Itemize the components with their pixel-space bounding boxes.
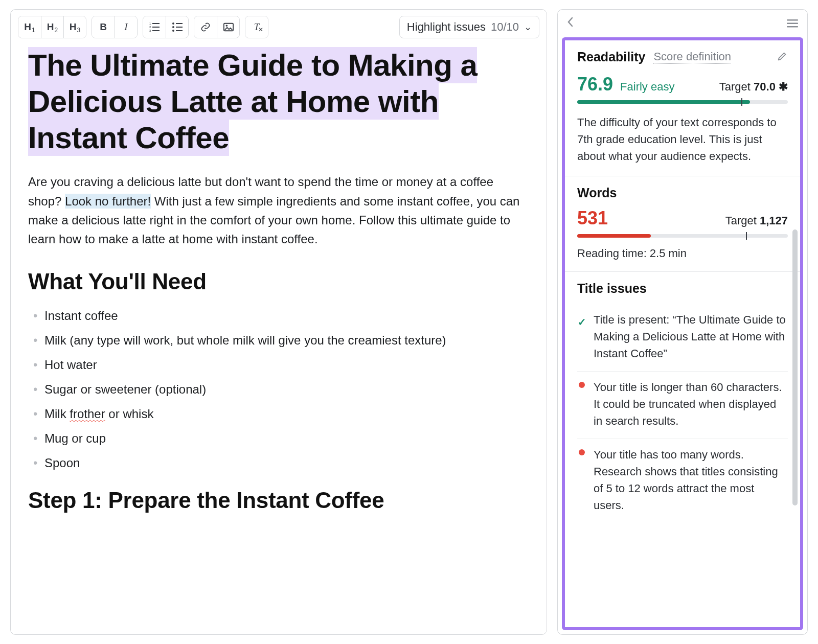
editor-toolbar: H1 H2 H3 B I 123 T✕ (11, 10, 547, 45)
issue-item: Your title is longer than 60 characters.… (577, 372, 788, 439)
words-bar-fill (577, 234, 651, 238)
words-title: Words (577, 186, 788, 200)
list-item[interactable]: Milk frother or whisk (30, 405, 529, 423)
svg-point-7 (172, 26, 174, 28)
link-button[interactable] (194, 16, 217, 38)
list-item[interactable]: Spoon (30, 454, 529, 472)
h3-button[interactable]: H3 (63, 16, 86, 38)
svg-text:3: 3 (149, 29, 151, 32)
intro-paragraph[interactable]: Are you craving a delicious latte but do… (28, 172, 529, 248)
unordered-list-button[interactable] (166, 16, 188, 38)
words-section: Words 531 Target 1,127 Reading time: 2.5… (565, 176, 800, 272)
heading-what-you-need[interactable]: What You'll Need (28, 269, 529, 294)
link-icon (200, 22, 211, 32)
readability-target: Target 70.0 ✱ (719, 80, 788, 94)
words-target-tick (746, 232, 747, 240)
document-title[interactable]: The Ultimate Guide to Making a Delicious… (28, 48, 529, 156)
readability-section: Readability Score definition 76.9 Fairly… (565, 40, 800, 176)
clear-format-button[interactable]: T✕ (245, 16, 268, 38)
highlight-issues-label: Highlight issues (407, 20, 486, 34)
svg-rect-9 (176, 23, 183, 24)
svg-point-6 (172, 22, 174, 25)
readability-score: 76.9 (577, 74, 613, 95)
chevron-left-icon (567, 17, 573, 27)
issue-item: Your title has too many words. Research … (577, 439, 788, 516)
clear-format-icon: T✕ (254, 21, 260, 33)
readability-description: The difficulty of your text corresponds … (577, 114, 788, 165)
chevron-down-icon: ⌄ (524, 21, 532, 33)
check-icon: ✓ (577, 311, 586, 362)
svg-rect-11 (176, 30, 183, 31)
sidebar-panel: Readability Score definition 76.9 Fairly… (557, 9, 808, 635)
score-definition-link[interactable]: Score definition (653, 50, 731, 64)
list-item[interactable]: Mug or cup (30, 429, 529, 448)
ordered-list-button[interactable]: 123 (143, 16, 166, 38)
words-count: 531 (577, 208, 608, 229)
readability-score-label: Fairly easy (620, 80, 674, 94)
words-bar (577, 234, 788, 238)
list-item[interactable]: Hot water (30, 356, 529, 374)
image-button[interactable] (217, 16, 239, 38)
scrollbar[interactable] (792, 229, 798, 505)
svg-point-13 (225, 25, 228, 27)
insert-group (194, 16, 240, 38)
svg-rect-15 (787, 23, 798, 25)
svg-rect-2 (152, 30, 160, 31)
warning-dot-icon (577, 379, 586, 429)
ordered-list-icon: 123 (149, 22, 160, 32)
list-group: 123 (143, 16, 189, 38)
readability-bar-fill (577, 100, 750, 104)
reading-time: Reading time: 2.5 min (577, 247, 788, 260)
italic-button[interactable]: I (115, 16, 137, 38)
list-item[interactable]: Instant coffee (30, 307, 529, 325)
document-body[interactable]: The Ultimate Guide to Making a Delicious… (11, 45, 547, 528)
spell-error: frother (70, 407, 105, 421)
h1-button[interactable]: H1 (18, 16, 41, 38)
sidebar-header (558, 10, 807, 37)
svg-point-8 (172, 30, 174, 32)
intro-highlight: Look no further! (65, 194, 151, 209)
clear-format-group: T✕ (245, 16, 268, 38)
issue-item: ✓ Title is present: “The Ultimate Guide … (577, 304, 788, 372)
pencil-icon (777, 51, 788, 62)
warning-dot-icon (577, 446, 586, 514)
sidebar-content: Readability Score definition 76.9 Fairly… (562, 37, 803, 630)
readability-target-tick (741, 98, 742, 106)
unordered-list-icon (172, 22, 183, 32)
svg-rect-0 (152, 23, 160, 24)
readability-bar (577, 100, 788, 104)
editor-panel: H1 H2 H3 B I 123 T✕ (10, 9, 547, 635)
svg-text:1: 1 (149, 22, 151, 25)
title-issues-heading: Title issues (577, 281, 788, 296)
svg-rect-1 (152, 27, 160, 28)
readability-title: Readability (577, 50, 645, 64)
svg-rect-16 (787, 26, 798, 28)
highlight-issues-dropdown[interactable]: Highlight issues 10/10 ⌄ (399, 16, 539, 38)
svg-rect-10 (176, 27, 183, 28)
bold-button[interactable]: B (92, 16, 115, 38)
image-icon (223, 22, 234, 32)
title-issues-list: ✓ Title is present: “The Ultimate Guide … (577, 304, 788, 516)
title-highlight: The Ultimate Guide to Making a Delicious… (28, 47, 477, 156)
words-target: Target 1,127 (725, 214, 788, 227)
style-group: B I (92, 16, 138, 38)
list-item[interactable]: Milk (any type will work, but whole milk… (30, 331, 529, 350)
highlight-issues-count: 10/10 (491, 20, 519, 34)
title-issues-section: Title issues ✓ Title is present: “The Ul… (565, 272, 800, 527)
edit-button[interactable] (777, 51, 788, 64)
svg-text:2: 2 (149, 26, 151, 29)
back-button[interactable] (567, 17, 573, 30)
ingredients-list[interactable]: Instant coffee Milk (any type will work,… (28, 307, 529, 472)
heading-group: H1 H2 H3 (18, 16, 86, 38)
heading-step-1[interactable]: Step 1: Prepare the Instant Coffee (28, 488, 529, 513)
menu-button[interactable] (787, 19, 798, 28)
svg-rect-14 (787, 19, 798, 21)
list-item[interactable]: Sugar or sweetener (optional) (30, 380, 529, 399)
menu-icon (787, 19, 798, 28)
h2-button[interactable]: H2 (41, 16, 63, 38)
